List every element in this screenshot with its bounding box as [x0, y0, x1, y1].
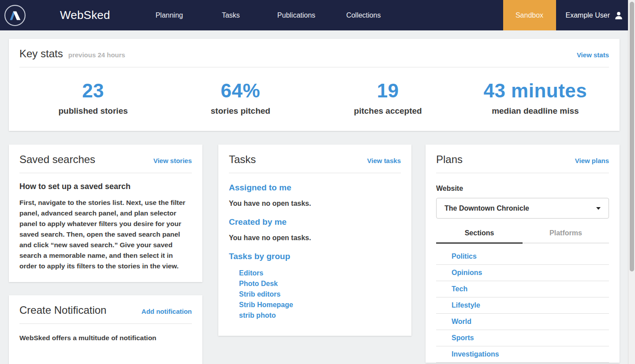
- stat-stories-pitched: 64% stories pitched: [167, 80, 314, 116]
- plan-section-link[interactable]: World: [436, 314, 609, 330]
- view-plans-link[interactable]: View plans: [575, 157, 609, 164]
- task-group-link[interactable]: Strib editors: [239, 289, 401, 300]
- stat-published-stories: 23 published stories: [19, 80, 167, 116]
- create-notification-title: Create Notification: [19, 304, 106, 316]
- create-notification-text: WebSked offers a multitude of notificati…: [19, 333, 192, 343]
- plan-section-link[interactable]: Politics: [436, 249, 609, 265]
- task-group-link[interactable]: Strib Homepage: [239, 300, 401, 310]
- stat-value: 19: [314, 80, 462, 102]
- key-stats-card: Key stats previous 24 hours View stats 2…: [9, 39, 620, 131]
- top-nav-bar: WebSked Planning Tasks Publications Coll…: [0, 0, 635, 30]
- website-select[interactable]: The Downtown Chronicle: [436, 198, 609, 219]
- sandbox-environment-button[interactable]: Sandbox: [503, 0, 556, 30]
- plans-card: Plans View plans Website The Downtown Ch…: [426, 145, 620, 363]
- website-label: Website: [436, 185, 609, 193]
- dashboard-content: Key stats previous 24 hours View stats 2…: [0, 30, 628, 364]
- tab-sections[interactable]: Sections: [436, 229, 523, 243]
- tasks-by-group-heading[interactable]: Tasks by group: [229, 252, 401, 261]
- plan-section-list: Politics Opinions Tech Lifestyle World S…: [436, 249, 609, 363]
- saved-search-howto-text: First, navigate to the stories list. Nex…: [19, 197, 192, 271]
- user-name-label: Example User: [566, 11, 610, 19]
- dropdown-caret-icon: [596, 207, 601, 210]
- task-group-link[interactable]: strib photo: [239, 310, 401, 321]
- plan-section-link[interactable]: Tech: [436, 281, 609, 297]
- app-title: WebSked: [60, 8, 110, 22]
- page-scrollbar[interactable]: [628, 0, 635, 364]
- stat-median-deadline-miss: 43 minutes median deadline miss: [462, 80, 609, 116]
- saved-searches-title: Saved searches: [19, 153, 95, 166]
- tasks-assigned-empty-text: You have no open tasks.: [229, 200, 401, 208]
- tasks-created-empty-text: You have no open tasks.: [229, 234, 401, 242]
- view-stats-link[interactable]: View stats: [577, 51, 609, 59]
- arc-logo[interactable]: [0, 0, 30, 30]
- stat-value: 43 minutes: [462, 80, 609, 102]
- user-menu[interactable]: Example User: [556, 0, 635, 30]
- stat-label: pitches accepted: [314, 106, 462, 116]
- nav-spacer: [381, 0, 503, 30]
- stat-value: 23: [19, 80, 167, 102]
- tasks-assigned-to-me-link[interactable]: Assigned to me: [229, 183, 401, 193]
- key-stats-subtitle: previous 24 hours: [68, 51, 125, 59]
- nav-item-publications[interactable]: Publications: [277, 11, 315, 19]
- add-notification-link[interactable]: Add notification: [142, 308, 192, 315]
- main-nav: Planning Tasks Publications Collections: [110, 0, 381, 30]
- key-stats-title: Key stats: [19, 48, 63, 60]
- view-tasks-link[interactable]: View tasks: [367, 157, 401, 164]
- nav-item-collections[interactable]: Collections: [346, 11, 381, 19]
- stats-row: 23 published stories 64% stories pitched…: [9, 67, 620, 131]
- stat-pitches-accepted: 19 pitches accepted: [314, 80, 462, 116]
- plan-section-link[interactable]: Investigations: [436, 346, 609, 363]
- task-group-list: Editors Photo Desk Strib editors Strib H…: [239, 268, 401, 321]
- tasks-title: Tasks: [229, 153, 256, 166]
- saved-search-howto-heading: How to set up a saved search: [19, 182, 192, 191]
- stat-label: stories pitched: [167, 106, 314, 116]
- stat-value: 64%: [167, 80, 314, 102]
- arc-logo-icon: [4, 4, 26, 26]
- tab-platforms[interactable]: Platforms: [523, 229, 609, 243]
- nav-item-tasks[interactable]: Tasks: [222, 11, 240, 19]
- scrollbar-thumb[interactable]: [630, 2, 634, 271]
- plan-section-link[interactable]: Lifestyle: [436, 297, 609, 314]
- stat-label: median deadline miss: [462, 106, 609, 116]
- plan-section-link[interactable]: Sports: [436, 330, 609, 346]
- plans-title: Plans: [436, 153, 463, 166]
- website-select-value: The Downtown Chronicle: [444, 204, 596, 212]
- plan-section-link[interactable]: Opinions: [436, 265, 609, 281]
- task-group-link[interactable]: Photo Desk: [239, 279, 401, 289]
- create-notification-card: Create Notification Add notification Web…: [9, 295, 202, 364]
- plans-tab-bar: Sections Platforms: [436, 229, 609, 243]
- nav-item-planning[interactable]: Planning: [156, 11, 183, 19]
- stat-label: published stories: [19, 106, 167, 116]
- tasks-card: Tasks View tasks Assigned to me You have…: [218, 145, 411, 336]
- task-group-link[interactable]: Editors: [239, 268, 401, 279]
- tasks-created-by-me-link[interactable]: Created by me: [229, 217, 401, 227]
- saved-searches-card: Saved searches View stories How to set u…: [9, 145, 202, 282]
- view-stories-link[interactable]: View stories: [153, 157, 192, 164]
- user-icon: [614, 11, 624, 20]
